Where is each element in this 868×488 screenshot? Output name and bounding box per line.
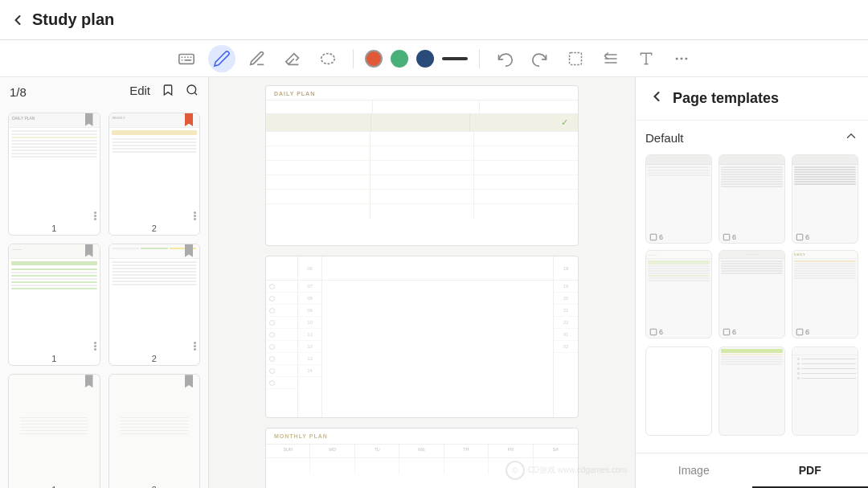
thumb-line — [112, 271, 198, 273]
thumb-line — [11, 133, 97, 135]
template-card-9[interactable] — [792, 347, 858, 436]
svg-rect-19 — [650, 234, 657, 240]
redo-button[interactable] — [526, 45, 554, 72]
thumb-line — [11, 285, 97, 286]
template-count-icon — [796, 233, 804, 241]
time-06: 06 — [298, 256, 321, 281]
tpl-line — [794, 178, 856, 180]
edit-button[interactable]: Edit — [129, 84, 150, 100]
tpl-line — [794, 169, 856, 170]
template-card-3[interactable]: 6 — [792, 154, 858, 244]
color-black-line[interactable] — [442, 57, 468, 60]
template-count-icon — [723, 328, 731, 336]
color-red[interactable] — [365, 50, 383, 68]
template-card-4[interactable]: ——— 6 — [645, 250, 712, 339]
page-thumb-4[interactable]: 2 — [108, 244, 201, 367]
tpl-body-6 — [792, 259, 858, 281]
eraser-button[interactable] — [279, 45, 306, 72]
template-card-8[interactable] — [719, 347, 785, 436]
thumb-more-dots-2[interactable] — [194, 211, 196, 220]
thumb-line — [11, 140, 97, 141]
day-th: TH — [444, 445, 489, 457]
page-thumb-2[interactable]: WEEKLY 2 — [108, 113, 201, 236]
tpl-line-green — [721, 349, 783, 353]
pencil-button[interactable] — [244, 45, 271, 72]
thumb-line — [112, 277, 198, 279]
back-button[interactable] — [10, 12, 26, 28]
thumb-inner-2: WEEKLY — [109, 113, 200, 215]
image-tab[interactable]: Image — [636, 453, 752, 488]
tpl-list-item — [797, 367, 856, 370]
template-inner-9 — [792, 347, 858, 419]
dc1 — [266, 190, 371, 203]
schedule-main — [322, 256, 554, 417]
pdf-tab[interactable]: PDF — [752, 453, 869, 488]
bookmark-icon[interactable] — [162, 84, 174, 100]
undo-button[interactable] — [491, 45, 518, 72]
tpl-line — [794, 268, 856, 269]
thumb-more-dots-1[interactable] — [94, 211, 96, 220]
format-button[interactable] — [597, 45, 624, 72]
time-col-header — [266, 256, 297, 281]
day-fr: FR — [489, 445, 533, 457]
page-thumb-3[interactable]: ——— — [8, 244, 100, 367]
tpl-line — [648, 270, 710, 272]
month-cell — [444, 458, 489, 474]
time-d1: 01 — [554, 329, 578, 341]
template-card-6[interactable]: DAILY 6 — [792, 250, 858, 339]
page-number-1: 1 — [9, 223, 100, 233]
lasso-button[interactable] — [314, 45, 342, 72]
time-21: 21 — [554, 305, 578, 317]
dc3 — [474, 132, 578, 146]
page-thumb-6[interactable]: 2 — [108, 374, 201, 488]
schedule-layout: 06 07 08 09 10 11 12 13 14 — [266, 256, 578, 417]
page-thumb-1[interactable]: DAILY PLAN — [8, 113, 100, 236]
tpl-line — [721, 270, 783, 272]
template-card-2[interactable]: 6 — [719, 154, 785, 244]
blank-line — [20, 420, 88, 421]
tpl-body-1 — [646, 165, 711, 187]
tpl-line — [721, 356, 783, 358]
templates-back-button[interactable] — [649, 88, 665, 109]
template-card-5[interactable]: ───── 6 — [719, 250, 785, 339]
doc-page-daily: DAILY PLAN ✓ — [265, 85, 579, 246]
template-count-value: 6 — [659, 328, 663, 336]
month-cell — [310, 458, 354, 474]
thumb-line — [11, 275, 97, 277]
color-dark-blue[interactable] — [416, 50, 434, 68]
thumb-more-dots-3[interactable] — [94, 342, 96, 351]
page-thumb-5[interactable]: 1 — [8, 374, 100, 488]
tpl-list-item — [797, 371, 856, 375]
page-info: 1/8 — [10, 85, 27, 99]
thumb-line — [11, 278, 97, 280]
more-button[interactable] — [668, 45, 695, 72]
tpl-line — [721, 186, 783, 187]
svg-rect-0 — [179, 54, 194, 64]
time-slot — [266, 281, 297, 293]
thumb-inner-6 — [109, 375, 200, 477]
tpl-line — [794, 263, 856, 265]
color-green[interactable] — [391, 50, 408, 68]
selection-button[interactable] — [562, 45, 589, 72]
col-head-2 — [373, 100, 480, 113]
template-card-7[interactable] — [645, 347, 712, 436]
pen-button[interactable] — [208, 45, 235, 72]
text-button[interactable] — [633, 45, 660, 72]
time-19: 19 — [554, 281, 578, 293]
thumb-blank-6 — [109, 375, 200, 477]
day-sun: SUN — [266, 445, 310, 457]
tpl-line — [794, 270, 856, 272]
tpl-line — [721, 363, 783, 365]
blank-line — [121, 433, 188, 434]
keyboard-button[interactable] — [173, 45, 200, 72]
template-card-1[interactable]: 6 — [645, 154, 712, 244]
search-icon[interactable] — [186, 84, 199, 100]
thumb-line — [11, 143, 97, 145]
collapse-button[interactable] — [844, 129, 858, 146]
tpl-line — [794, 277, 856, 279]
toolbar-separator-1 — [353, 49, 354, 68]
thumb-blank-5 — [9, 375, 100, 477]
template-count-value: 6 — [805, 233, 809, 241]
tpl-body-2 — [719, 165, 784, 189]
thumb-more-dots-4[interactable] — [194, 342, 196, 351]
